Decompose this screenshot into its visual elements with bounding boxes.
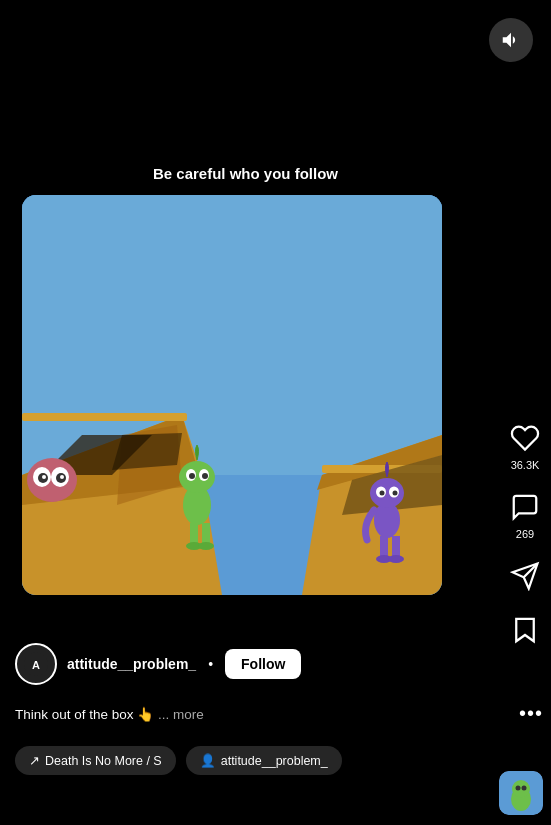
- svg-point-18: [202, 473, 208, 479]
- bookmark-icon: [507, 612, 543, 648]
- options-button[interactable]: •••: [519, 702, 543, 725]
- tag-user-text: attitude__problem_: [221, 754, 328, 768]
- bookmark-button[interactable]: [507, 612, 543, 648]
- svg-rect-1: [22, 195, 442, 475]
- like-count: 36.3K: [511, 459, 540, 471]
- action-buttons-panel: 36.3K 269: [507, 420, 543, 648]
- svg-point-22: [198, 542, 214, 550]
- share-button[interactable]: [507, 558, 543, 594]
- post-caption: Think out of the box 👆 ... more: [15, 706, 496, 725]
- comment-icon: [507, 489, 543, 525]
- svg-point-17: [189, 473, 195, 479]
- svg-point-40: [60, 475, 64, 479]
- svg-text:A: A: [32, 659, 40, 671]
- svg-rect-4: [22, 413, 187, 421]
- svg-point-39: [42, 475, 46, 479]
- send-icon: [507, 558, 543, 594]
- svg-point-48: [512, 780, 530, 798]
- more-link[interactable]: ... more: [158, 707, 204, 722]
- username-label[interactable]: attitude__problem_: [67, 656, 196, 672]
- svg-rect-30: [380, 536, 388, 558]
- svg-point-14: [179, 461, 215, 493]
- caption-text: Think out of the box 👆: [15, 707, 154, 722]
- tag-song-icon: ↗: [29, 753, 40, 768]
- tag-user-icon: 👤: [200, 753, 216, 768]
- svg-point-33: [388, 555, 404, 563]
- svg-point-49: [516, 786, 521, 791]
- user-info-row: A attitude__problem_ • Follow: [15, 643, 496, 685]
- svg-marker-43: [516, 619, 534, 642]
- heart-icon: [507, 420, 543, 456]
- svg-point-28: [380, 491, 385, 496]
- tag-user[interactable]: 👤 attitude__problem_: [186, 746, 342, 775]
- dot-separator: •: [208, 656, 213, 672]
- follow-button[interactable]: Follow: [225, 649, 301, 679]
- comment-button[interactable]: 269: [507, 489, 543, 540]
- sound-button[interactable]: [489, 18, 533, 62]
- avatar[interactable]: A: [15, 643, 57, 685]
- svg-marker-10: [112, 433, 182, 470]
- svg-rect-19: [190, 523, 198, 545]
- video-player[interactable]: [22, 195, 442, 595]
- tag-song[interactable]: ↗ Death Is No More / S: [15, 746, 176, 775]
- svg-rect-20: [202, 523, 210, 545]
- tags-row: ↗ Death Is No More / S 👤 attitude__probl…: [15, 746, 342, 775]
- svg-point-50: [522, 786, 527, 791]
- comment-count: 269: [516, 528, 534, 540]
- like-button[interactable]: 36.3K: [507, 420, 543, 471]
- svg-point-29: [393, 491, 398, 496]
- bottom-thumbnail[interactable]: [499, 771, 543, 815]
- tag-song-text: Death Is No More / S: [45, 754, 162, 768]
- svg-rect-31: [392, 536, 400, 558]
- video-caption: Be careful who you follow: [0, 165, 491, 182]
